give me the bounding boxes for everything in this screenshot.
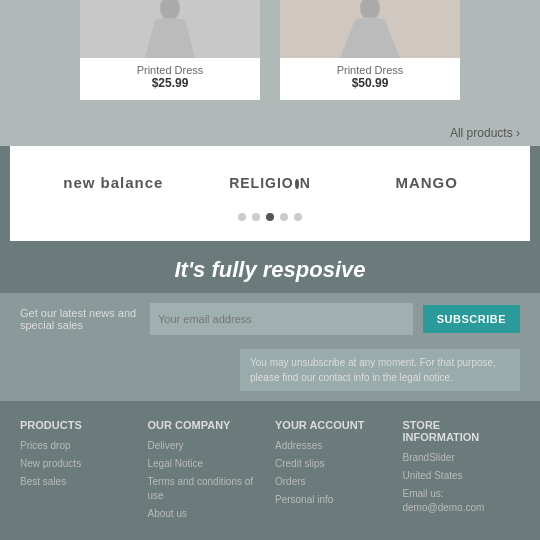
dot-2[interactable]	[252, 213, 260, 221]
carousel-dots	[238, 213, 302, 221]
footer-company-title: OUR COMPANY	[148, 419, 266, 431]
subscribe-button[interactable]: SUBSCRIBE	[423, 305, 520, 333]
footer-company-item-2[interactable]: Legal Notice	[148, 457, 266, 471]
product-image-left	[80, 0, 260, 58]
dot-4[interactable]	[280, 213, 288, 221]
footer-products-item-1[interactable]: Prices drop	[20, 439, 138, 453]
newsletter-bar: Get our latest news and special sales SU…	[0, 293, 540, 345]
footer-products-item-2[interactable]: New products	[20, 457, 138, 471]
brands-carousel: new balance RELIGION MANGO	[10, 146, 530, 241]
brand-mango: MANGO	[353, 166, 500, 199]
dot-3[interactable]	[266, 213, 274, 221]
footer-account-item-1[interactable]: Addresses	[275, 439, 393, 453]
footer-account-item-2[interactable]: Credit slips	[275, 457, 393, 471]
product-price-left: $25.99	[152, 76, 189, 90]
footer-account-title: YOUR ACCOUNT	[275, 419, 393, 431]
brand-new-balance: new balance	[40, 166, 187, 199]
brands-row: new balance RELIGION MANGO	[40, 166, 500, 199]
product-name-right: Printed Dress	[337, 64, 404, 76]
footer-store-title: STORE INFORMATION	[403, 419, 521, 443]
footer-account-item-4[interactable]: Personal info	[275, 493, 393, 507]
product-price-right: $50.99	[352, 76, 389, 90]
products-area: Printed Dress $25.99 Printed Dress $50.9…	[0, 0, 540, 120]
footer-account-item-3[interactable]: Orders	[275, 475, 393, 489]
product-card-left: Printed Dress $25.99	[80, 0, 260, 100]
all-products-link[interactable]: All products	[450, 126, 520, 140]
svg-rect-6	[360, 53, 368, 58]
footer-products-item-3[interactable]: Best sales	[20, 475, 138, 489]
responsive-heading: It's fully resposive	[0, 241, 540, 293]
dot-5[interactable]	[294, 213, 302, 221]
dot-1[interactable]	[238, 213, 246, 221]
footer-col-account: YOUR ACCOUNT Addresses Credit slips Orde…	[275, 419, 393, 525]
footer-products-title: PRODUCTS	[20, 419, 138, 431]
newsletter-input[interactable]	[150, 303, 413, 335]
product-name-left: Printed Dress	[137, 64, 204, 76]
footer-col-store: STORE INFORMATION BrandSlider United Sta…	[403, 419, 521, 525]
newsletter-label: Get our latest news and special sales	[20, 307, 140, 331]
product-card-right: Printed Dress $50.99	[280, 0, 460, 100]
footer-col-products: PRODUCTS Prices drop New products Best s…	[20, 419, 138, 525]
footer-store-item-3: Email us: demo@demo.com	[403, 487, 521, 515]
brand-religion: RELIGION	[197, 167, 344, 199]
unsubscribe-note: You may unsubscribe at any moment. For t…	[240, 349, 520, 391]
product-image-right	[280, 0, 460, 58]
all-products-bar: All products	[0, 120, 540, 146]
footer-company-item-4[interactable]: About us	[148, 507, 266, 521]
footer-company-item-3[interactable]: Terms and conditions of use	[148, 475, 266, 503]
svg-rect-7	[372, 53, 380, 58]
footer-store-item-1: BrandSlider	[403, 451, 521, 465]
footer-store-item-2: United States	[403, 469, 521, 483]
svg-rect-3	[172, 53, 180, 58]
footer-col-company: OUR COMPANY Delivery Legal Notice Terms …	[148, 419, 266, 525]
unsubscribe-area: You may unsubscribe at any moment. For t…	[0, 345, 540, 401]
footer-company-item-1[interactable]: Delivery	[148, 439, 266, 453]
footer: PRODUCTS Prices drop New products Best s…	[0, 401, 540, 535]
svg-rect-2	[160, 53, 168, 58]
